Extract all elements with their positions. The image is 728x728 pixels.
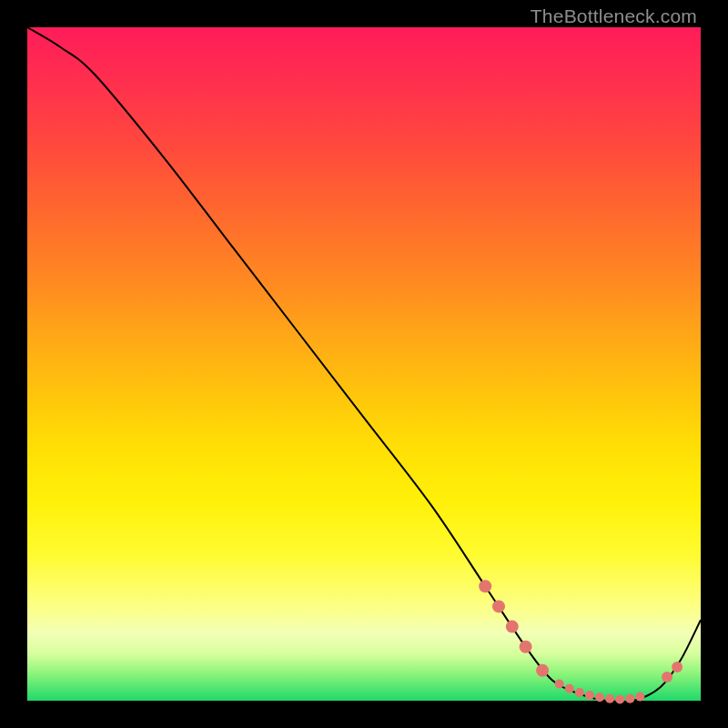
- data-marker: [605, 694, 614, 703]
- data-marker: [555, 680, 564, 689]
- data-markers: [479, 580, 682, 703]
- data-marker: [565, 684, 574, 693]
- curve-svg: [27, 27, 701, 701]
- data-marker: [506, 621, 519, 633]
- data-marker: [585, 691, 594, 700]
- data-marker: [595, 693, 604, 702]
- data-marker: [625, 694, 634, 703]
- chart-frame: TheBottleneck.com: [0, 0, 728, 728]
- data-marker: [479, 580, 491, 592]
- plot-area: [27, 27, 701, 701]
- data-marker: [575, 688, 584, 697]
- data-marker: [520, 641, 532, 653]
- data-marker: [662, 672, 672, 682]
- data-marker: [672, 662, 682, 672]
- watermark-text: TheBottleneck.com: [531, 5, 697, 27]
- curve-line: [27, 27, 701, 702]
- bottleneck-curve: [27, 27, 701, 702]
- data-marker: [536, 664, 549, 677]
- data-marker: [492, 600, 505, 612]
- data-marker: [615, 695, 624, 704]
- data-marker: [635, 693, 644, 702]
